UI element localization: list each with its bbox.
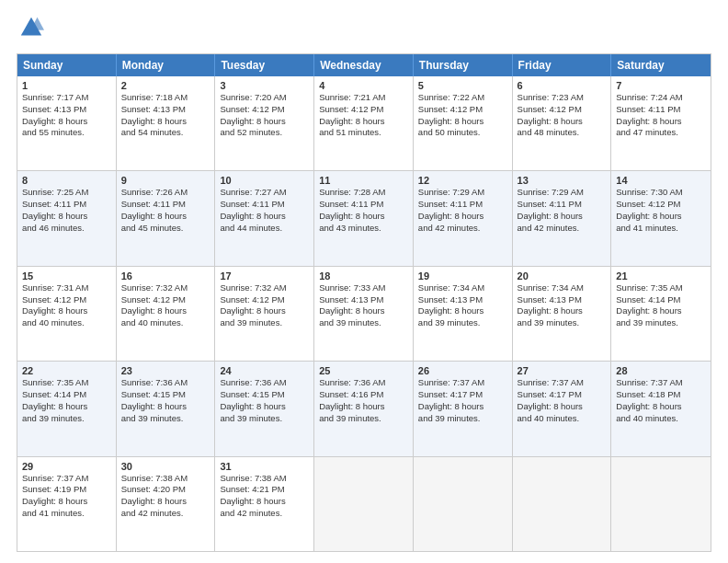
cal-cell-day-31: 31Sunrise: 7:38 AMSunset: 4:21 PMDayligh… bbox=[215, 457, 314, 551]
day-number: 29 bbox=[22, 461, 111, 472]
day-info: Sunrise: 7:36 AMSunset: 4:16 PMDaylight:… bbox=[319, 377, 408, 424]
cal-cell-day-12: 12Sunrise: 7:29 AMSunset: 4:11 PMDayligh… bbox=[414, 171, 513, 265]
header-cell-thursday: Thursday bbox=[414, 54, 513, 76]
cal-row-4: 22Sunrise: 7:35 AMSunset: 4:14 PMDayligh… bbox=[17, 361, 711, 455]
day-number: 21 bbox=[616, 270, 706, 282]
header-cell-monday: Monday bbox=[117, 54, 216, 76]
day-info: Sunrise: 7:38 AMSunset: 4:21 PMDaylight:… bbox=[220, 473, 309, 520]
cal-row-2: 8Sunrise: 7:25 AMSunset: 4:11 PMDaylight… bbox=[17, 170, 711, 265]
cal-cell-day-9: 9Sunrise: 7:26 AMSunset: 4:11 PMDaylight… bbox=[117, 171, 216, 265]
day-number: 17 bbox=[220, 270, 309, 282]
day-info: Sunrise: 7:37 AMSunset: 4:19 PMDaylight:… bbox=[22, 473, 111, 520]
day-number: 16 bbox=[121, 270, 210, 282]
cal-cell-day-4: 4Sunrise: 7:21 AMSunset: 4:12 PMDaylight… bbox=[314, 76, 414, 170]
day-info: Sunrise: 7:35 AMSunset: 4:14 PMDaylight:… bbox=[22, 377, 111, 424]
day-number: 14 bbox=[616, 175, 706, 186]
cal-cell-day-19: 19Sunrise: 7:34 AMSunset: 4:13 PMDayligh… bbox=[414, 267, 513, 361]
day-info: Sunrise: 7:29 AMSunset: 4:11 PMDaylight:… bbox=[518, 187, 607, 234]
day-info: Sunrise: 7:37 AMSunset: 4:18 PMDaylight:… bbox=[616, 377, 706, 424]
cal-cell-day-8: 8Sunrise: 7:25 AMSunset: 4:11 PMDaylight… bbox=[17, 171, 117, 265]
cal-cell-day-18: 18Sunrise: 7:33 AMSunset: 4:13 PMDayligh… bbox=[314, 267, 414, 361]
day-info: Sunrise: 7:26 AMSunset: 4:11 PMDaylight:… bbox=[121, 187, 210, 234]
day-info: Sunrise: 7:36 AMSunset: 4:15 PMDaylight:… bbox=[220, 377, 309, 424]
cal-cell-empty bbox=[314, 457, 414, 551]
cal-cell-day-7: 7Sunrise: 7:24 AMSunset: 4:11 PMDaylight… bbox=[611, 76, 711, 170]
day-number: 26 bbox=[418, 365, 507, 376]
cal-cell-day-5: 5Sunrise: 7:22 AMSunset: 4:12 PMDaylight… bbox=[414, 76, 513, 170]
cal-cell-day-28: 28Sunrise: 7:37 AMSunset: 4:18 PMDayligh… bbox=[611, 362, 711, 455]
cal-cell-day-1: 1Sunrise: 7:17 AMSunset: 4:13 PMDaylight… bbox=[17, 76, 117, 170]
cal-cell-empty bbox=[611, 457, 711, 551]
cal-cell-day-6: 6Sunrise: 7:23 AMSunset: 4:12 PMDaylight… bbox=[513, 76, 612, 170]
header-cell-wednesday: Wednesday bbox=[314, 54, 414, 76]
cal-cell-day-24: 24Sunrise: 7:36 AMSunset: 4:15 PMDayligh… bbox=[215, 362, 314, 455]
day-number: 12 bbox=[418, 175, 507, 186]
calendar: SundayMondayTuesdayWednesdayThursdayFrid… bbox=[17, 53, 711, 552]
day-info: Sunrise: 7:38 AMSunset: 4:20 PMDaylight:… bbox=[121, 473, 210, 520]
cal-cell-day-23: 23Sunrise: 7:36 AMSunset: 4:15 PMDayligh… bbox=[117, 362, 216, 455]
cal-cell-day-20: 20Sunrise: 7:34 AMSunset: 4:13 PMDayligh… bbox=[513, 267, 612, 361]
day-number: 24 bbox=[220, 365, 309, 376]
day-number: 9 bbox=[121, 175, 210, 186]
day-info: Sunrise: 7:22 AMSunset: 4:12 PMDaylight:… bbox=[418, 92, 507, 139]
cal-cell-day-15: 15Sunrise: 7:31 AMSunset: 4:12 PMDayligh… bbox=[17, 267, 117, 361]
cal-row-3: 15Sunrise: 7:31 AMSunset: 4:12 PMDayligh… bbox=[17, 266, 711, 361]
cal-cell-day-25: 25Sunrise: 7:36 AMSunset: 4:16 PMDayligh… bbox=[314, 362, 414, 455]
day-number: 7 bbox=[616, 80, 706, 91]
day-info: Sunrise: 7:36 AMSunset: 4:15 PMDaylight:… bbox=[121, 377, 210, 424]
day-number: 11 bbox=[319, 175, 408, 186]
day-number: 13 bbox=[518, 175, 607, 186]
day-number: 15 bbox=[22, 270, 111, 282]
day-info: Sunrise: 7:23 AMSunset: 4:12 PMDaylight:… bbox=[518, 92, 607, 139]
day-info: Sunrise: 7:34 AMSunset: 4:13 PMDaylight:… bbox=[418, 282, 507, 329]
cal-cell-day-2: 2Sunrise: 7:18 AMSunset: 4:13 PMDaylight… bbox=[117, 76, 216, 170]
cal-cell-day-10: 10Sunrise: 7:27 AMSunset: 4:11 PMDayligh… bbox=[215, 171, 314, 265]
cal-cell-day-11: 11Sunrise: 7:28 AMSunset: 4:11 PMDayligh… bbox=[314, 171, 414, 265]
day-info: Sunrise: 7:31 AMSunset: 4:12 PMDaylight:… bbox=[22, 282, 111, 329]
cal-cell-day-17: 17Sunrise: 7:32 AMSunset: 4:12 PMDayligh… bbox=[215, 267, 314, 361]
day-info: Sunrise: 7:33 AMSunset: 4:13 PMDaylight:… bbox=[319, 282, 408, 329]
header-cell-sunday: Sunday bbox=[17, 54, 117, 76]
day-number: 30 bbox=[121, 461, 210, 472]
cal-row-1: 1Sunrise: 7:17 AMSunset: 4:13 PMDaylight… bbox=[17, 76, 711, 170]
cal-cell-day-14: 14Sunrise: 7:30 AMSunset: 4:12 PMDayligh… bbox=[611, 171, 711, 265]
day-number: 6 bbox=[518, 80, 607, 91]
day-number: 31 bbox=[220, 461, 309, 472]
day-info: Sunrise: 7:21 AMSunset: 4:12 PMDaylight:… bbox=[319, 92, 408, 139]
cal-cell-day-29: 29Sunrise: 7:37 AMSunset: 4:19 PMDayligh… bbox=[17, 457, 117, 551]
logo bbox=[17, 15, 48, 44]
day-info: Sunrise: 7:37 AMSunset: 4:17 PMDaylight:… bbox=[518, 377, 607, 424]
page: SundayMondayTuesdayWednesdayThursdayFrid… bbox=[0, 0, 728, 563]
header-cell-tuesday: Tuesday bbox=[215, 54, 314, 76]
day-number: 3 bbox=[220, 80, 309, 91]
day-number: 1 bbox=[22, 80, 111, 91]
cal-row-5: 29Sunrise: 7:37 AMSunset: 4:19 PMDayligh… bbox=[17, 456, 711, 551]
header bbox=[17, 15, 711, 44]
cal-cell-day-22: 22Sunrise: 7:35 AMSunset: 4:14 PMDayligh… bbox=[17, 362, 117, 455]
cal-cell-day-27: 27Sunrise: 7:37 AMSunset: 4:17 PMDayligh… bbox=[513, 362, 612, 455]
day-number: 2 bbox=[121, 80, 210, 91]
day-info: Sunrise: 7:28 AMSunset: 4:11 PMDaylight:… bbox=[319, 187, 408, 234]
day-info: Sunrise: 7:32 AMSunset: 4:12 PMDaylight:… bbox=[121, 282, 210, 329]
day-number: 27 bbox=[518, 365, 607, 376]
day-info: Sunrise: 7:37 AMSunset: 4:17 PMDaylight:… bbox=[418, 377, 507, 424]
day-number: 4 bbox=[319, 80, 408, 91]
calendar-header: SundayMondayTuesdayWednesdayThursdayFrid… bbox=[17, 54, 711, 76]
cal-cell-empty bbox=[513, 457, 612, 551]
day-info: Sunrise: 7:34 AMSunset: 4:13 PMDaylight:… bbox=[518, 282, 607, 329]
cal-cell-empty bbox=[414, 457, 513, 551]
day-info: Sunrise: 7:32 AMSunset: 4:12 PMDaylight:… bbox=[220, 282, 309, 329]
day-number: 19 bbox=[418, 270, 507, 282]
day-number: 22 bbox=[22, 365, 111, 376]
day-info: Sunrise: 7:18 AMSunset: 4:13 PMDaylight:… bbox=[121, 92, 210, 139]
day-number: 5 bbox=[418, 80, 507, 91]
day-number: 25 bbox=[319, 365, 408, 376]
day-number: 20 bbox=[518, 270, 607, 282]
day-info: Sunrise: 7:24 AMSunset: 4:11 PMDaylight:… bbox=[616, 92, 706, 139]
day-info: Sunrise: 7:27 AMSunset: 4:11 PMDaylight:… bbox=[220, 187, 309, 234]
day-number: 10 bbox=[220, 175, 309, 186]
day-number: 23 bbox=[121, 365, 210, 376]
day-info: Sunrise: 7:20 AMSunset: 4:12 PMDaylight:… bbox=[220, 92, 309, 139]
cal-cell-day-13: 13Sunrise: 7:29 AMSunset: 4:11 PMDayligh… bbox=[513, 171, 612, 265]
logo-icon bbox=[18, 15, 44, 40]
